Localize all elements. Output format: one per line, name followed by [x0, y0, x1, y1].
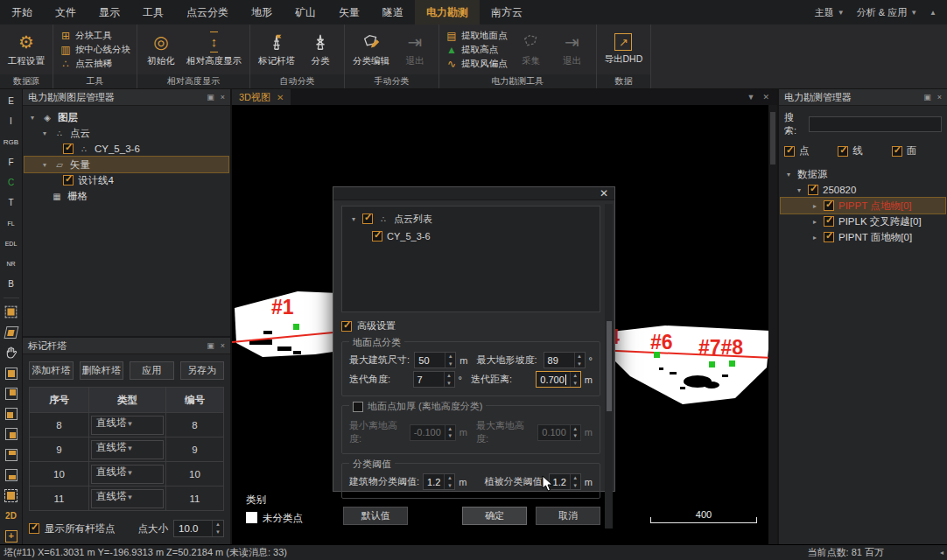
theme-dropdown[interactable]: 主题▼ — [815, 6, 845, 19]
float-panel-icon[interactable]: ▣ — [207, 341, 214, 350]
checkbox-checked[interactable] — [808, 185, 818, 195]
tower-type-dropdown[interactable]: 直线塔▼ — [91, 440, 164, 459]
nr-mode-icon[interactable]: NR — [2, 256, 21, 272]
checkbox-checked[interactable] — [372, 231, 382, 242]
filter-areas[interactable]: 面 — [892, 144, 942, 158]
collect-button[interactable]: 采集 — [514, 32, 549, 67]
filter-lines[interactable]: 线 — [838, 144, 887, 158]
advanced-settings-checkbox[interactable] — [341, 321, 352, 332]
show-all-towers-checkbox[interactable] — [29, 523, 39, 534]
block-tool-button[interactable]: ⊞分块工具 — [60, 30, 130, 42]
menu-tab-power-survey[interactable]: 电力勘测 — [415, 0, 480, 24]
close-panel-icon[interactable]: × — [937, 93, 942, 102]
checkbox-checked[interactable] — [63, 144, 74, 154]
table-row[interactable]: 11 直线塔▼ 11 — [30, 486, 223, 510]
tab-list-icon[interactable]: ▼ — [747, 93, 755, 102]
checkbox-checked[interactable] — [824, 216, 834, 227]
clip-polygon-icon[interactable] — [2, 325, 21, 341]
chevron-collapsed-icon[interactable]: ▸ — [810, 234, 819, 242]
menu-tab-display[interactable]: 显示 — [88, 0, 131, 24]
menu-tab-terrain[interactable]: 地形 — [240, 0, 284, 24]
tower-type-dropdown[interactable]: 直线塔▼ — [91, 416, 164, 435]
dialog-scrollbar[interactable] — [605, 204, 613, 528]
intensity-icon[interactable]: I — [2, 113, 21, 130]
close-panel-icon[interactable]: × — [221, 93, 225, 102]
view-left-cube-icon[interactable] — [2, 406, 21, 423]
tree-item-dataset-250820[interactable]: ▾ 250820 — [781, 182, 945, 198]
tree-item-layers[interactable]: ▾ ◈ 图层 — [25, 109, 228, 125]
cancel-button[interactable]: 取消 — [536, 507, 600, 525]
thin-pointcloud-button[interactable]: ∴点云抽稀 — [60, 58, 130, 70]
tree-item-raster-group[interactable]: ▦ 栅格 — [25, 188, 228, 204]
table-row[interactable]: 8 直线塔▼ 8 — [30, 412, 223, 437]
table-row[interactable]: 9 直线塔▼ 9 — [30, 437, 223, 461]
centerline-block-button[interactable]: ▥按中心线分块 — [60, 44, 130, 56]
exit-manual-classify-button[interactable]: ⇥ 退出 — [397, 32, 432, 67]
table-row[interactable]: 10 直线塔▼ 10 — [30, 461, 223, 486]
close-dialog-icon[interactable]: ✕ — [600, 187, 608, 200]
menu-tab-vector[interactable]: 矢量 — [327, 0, 371, 24]
menu-tab-tools[interactable]: 工具 — [131, 0, 175, 24]
view-bottom-cube-icon[interactable] — [2, 466, 21, 483]
tree-item-datasource[interactable]: ▾ 数据源 — [781, 166, 945, 182]
chevron-expanded-icon[interactable]: ▾ — [349, 215, 358, 223]
menu-tab-start[interactable]: 开始 — [0, 0, 44, 24]
time-icon[interactable]: T — [2, 194, 21, 211]
2d-view-icon[interactable]: 2D — [2, 508, 21, 524]
apply-button[interactable]: 应用 — [130, 361, 174, 380]
delete-tower-button[interactable]: 删除杆塔 — [80, 361, 124, 380]
statusbar-toggle-icon[interactable]: ◂ — [940, 549, 943, 556]
relative-height-display-button[interactable]: ↕ 相对高度显示 — [185, 32, 243, 67]
classification-f-icon[interactable]: F — [2, 154, 21, 171]
ground-densify-checkbox[interactable] — [353, 402, 363, 412]
tree-item-dialog-cy536[interactable]: CY_5_3-6 — [346, 228, 596, 244]
tree-item-pointcloud-list[interactable]: ▾ ∴ 点云列表 — [346, 211, 596, 227]
tree-item-pointcloud-group[interactable]: ▾ ∴ 点云 — [25, 125, 228, 141]
close-tab-icon[interactable]: ✕ — [277, 93, 284, 102]
chevron-collapsed-icon[interactable]: ▸ — [810, 218, 819, 226]
collapse-ribbon-icon[interactable]: ▲ — [929, 9, 936, 17]
menu-tab-mine[interactable]: 矿山 — [284, 0, 327, 24]
spin-down-icon[interactable]: ▼ — [213, 528, 223, 536]
add-tower-button[interactable]: 添加杆塔 — [29, 361, 74, 380]
close-view-icon[interactable]: ✕ — [762, 93, 769, 102]
exit-tools-button[interactable]: ⇥ 退出 — [555, 32, 590, 67]
point-size-stepper[interactable]: 10.0 ▲▼ — [173, 520, 224, 537]
extract-ground-points-button[interactable]: ▤提取地面点 — [445, 30, 508, 42]
tower-type-dropdown[interactable]: 直线塔▼ — [91, 465, 164, 484]
chevron-expanded-icon[interactable]: ▾ — [28, 114, 37, 122]
float-panel-icon[interactable]: ▣ — [923, 93, 931, 102]
class-tree-icon[interactable]: C — [2, 174, 21, 191]
chevron-expanded-icon[interactable]: ▾ — [40, 130, 49, 137]
menu-tab-south-cloud[interactable]: 南方云 — [480, 0, 534, 24]
view-back-cube-icon[interactable] — [2, 385, 21, 402]
checkbox-checked[interactable] — [362, 214, 373, 224]
mark-towers-button[interactable]: 标记杆塔 — [256, 32, 297, 67]
zoom-extents-icon[interactable] — [2, 486, 21, 503]
tree-item-piplk[interactable]: ▸ PIPLK 交叉跨越[0] — [781, 214, 945, 229]
blend-icon[interactable]: B — [2, 276, 21, 292]
classify-edit-button[interactable]: 分类编辑 — [351, 32, 391, 67]
tree-item-vector-group[interactable]: ▾ ▱ 矢量 — [25, 157, 228, 172]
ok-button[interactable]: 确定 — [462, 507, 527, 525]
tree-item-pointcloud-cy536[interactable]: ∴ CY_5_3-6 — [25, 141, 228, 157]
elevation-colormap-icon[interactable]: E — [2, 93, 21, 109]
chevron-expanded-icon[interactable]: ▾ — [784, 171, 793, 178]
chevron-expanded-icon[interactable]: ▾ — [40, 161, 49, 169]
rgb-icon[interactable]: RGB — [2, 133, 21, 150]
viewport-scrollbar[interactable] — [768, 105, 777, 544]
default-values-button[interactable]: 默认值 — [343, 507, 408, 525]
max-terrain-slope-stepper[interactable]: 89▲▼ — [544, 352, 586, 368]
checkbox-checked[interactable] — [63, 175, 74, 186]
view-front-cube-icon[interactable] — [2, 365, 21, 382]
building-threshold-stepper[interactable]: 1.2▲▼ — [423, 473, 455, 490]
project-settings-button[interactable]: ⚙ 工程设置 — [6, 32, 46, 67]
view-top-cube-icon[interactable] — [2, 446, 21, 463]
chevron-collapsed-icon[interactable]: ▸ — [810, 202, 819, 210]
initialize-button[interactable]: ◎ 初始化 — [144, 32, 179, 67]
tower-type-dropdown[interactable]: 直线塔▼ — [91, 489, 164, 508]
save-as-button[interactable]: 另存为 — [180, 361, 225, 380]
classify-button[interactable]: 分类 — [303, 32, 338, 67]
fl-mode-icon[interactable]: FL — [2, 214, 21, 231]
analysis-app-dropdown[interactable]: 分析 & 应用▼ — [857, 6, 917, 19]
